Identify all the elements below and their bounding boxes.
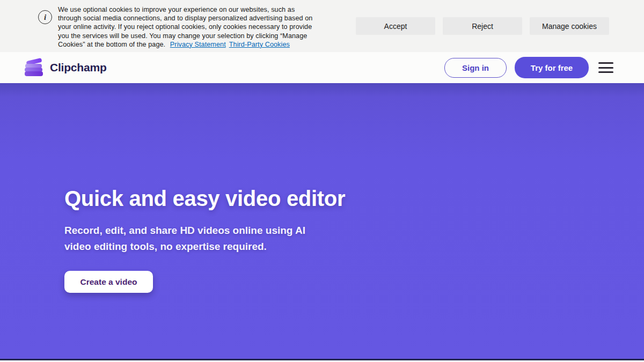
hero-section: Quick and easy video editor Record, edit…	[0, 83, 644, 360]
sign-in-button[interactable]: Sign in	[444, 58, 507, 78]
cookie-message-line: you the services will be used. You may c…	[58, 32, 312, 40]
cookie-message-last-line: Cookies” at the bottom of the page. Priv…	[58, 40, 312, 49]
hero-subtitle-line: Record, edit, and share HD videos online…	[64, 223, 305, 239]
hamburger-menu-icon[interactable]	[598, 62, 613, 73]
cookie-message: We use optional cookies to improve your …	[58, 5, 312, 49]
cookie-message-line: through social media connections, and to…	[58, 14, 312, 23]
hero-title: Quick and easy video editor	[64, 187, 345, 211]
reject-cookies-button[interactable]: Reject	[443, 17, 522, 35]
hero-subtitle-line: video editing tools, no expertise requir…	[64, 239, 305, 255]
info-icon: i	[38, 10, 52, 24]
try-for-free-button[interactable]: Try for free	[515, 57, 589, 78]
bottom-strip	[0, 359, 644, 360]
create-a-video-button[interactable]: Create a video	[64, 271, 153, 293]
hero-subtitle: Record, edit, and share HD videos online…	[64, 223, 305, 255]
brand-name: Clipchamp	[50, 61, 107, 74]
clipchamp-logo-icon	[25, 60, 43, 76]
cookie-message-line: your online activity. If you reject opti…	[58, 23, 312, 31]
manage-cookies-button[interactable]: Manage cookies	[530, 17, 609, 35]
third-party-cookies-link[interactable]: Third-Party Cookies	[229, 41, 290, 48]
clipchamp-logo[interactable]: Clipchamp	[25, 60, 107, 76]
cookie-message-line: We use optional cookies to improve your …	[58, 5, 312, 14]
cookie-actions: Accept Reject Manage cookies	[356, 17, 609, 35]
cookie-consent-banner: i We use optional cookies to improve you…	[0, 0, 644, 52]
privacy-statement-link[interactable]: Privacy Statement	[170, 41, 226, 48]
accept-cookies-button[interactable]: Accept	[356, 17, 435, 35]
site-header: Clipchamp Sign in Try for free	[0, 52, 644, 83]
cookie-message-text: Cookies” at the bottom of the page.	[58, 41, 165, 48]
